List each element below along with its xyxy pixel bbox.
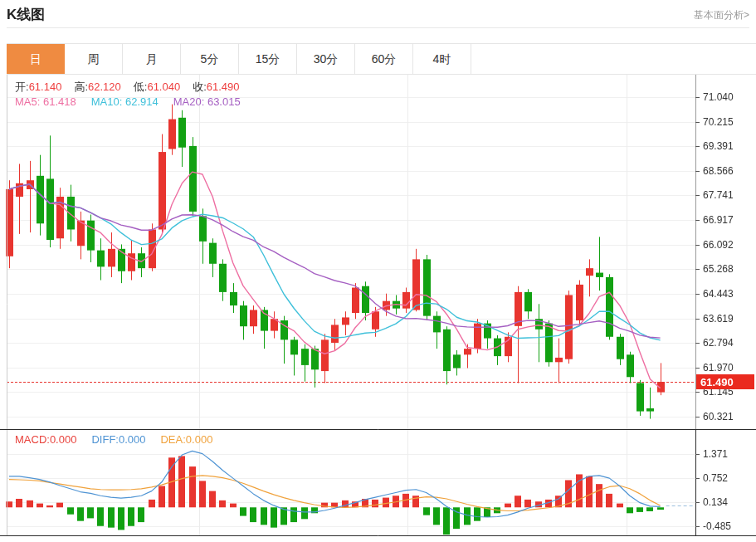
ohlc-readout-row: 开:61.140 高:62.120 低:61.040 收:61.490: [15, 80, 240, 95]
tab-60min[interactable]: 60分: [355, 44, 413, 74]
ma20-readout: MA20: 63.015: [173, 95, 241, 108]
diff-readout: DIFF:0.000: [91, 433, 145, 446]
tab-day[interactable]: 日: [7, 44, 65, 74]
macd-readout-row: MACD:0.000 DIFF:0.000 DEA:0.000: [15, 433, 212, 446]
tab-5min[interactable]: 5分: [181, 44, 239, 74]
header-divider: [7, 27, 749, 28]
ma10-readout: MA10: 62.914: [91, 95, 159, 108]
tabbar-filler: [471, 44, 756, 74]
ma-readout-row: MA5: 61.418 MA10: 62.914 MA20: 63.015: [15, 95, 241, 108]
fundamental-analysis-link[interactable]: 基本面分析>: [694, 8, 749, 22]
page-title: K线图: [7, 5, 45, 24]
kline-page: K线图 基本面分析> 日 周 月 5分 15分 30分 60分 4时 开:61.…: [0, 0, 756, 542]
tab-week[interactable]: 周: [65, 44, 123, 74]
quote-open: 开:61.140: [15, 80, 61, 95]
interval-tabbar: 日 周 月 5分 15分 30分 60分 4时: [7, 43, 756, 75]
ma5-readout: MA5: 61.418: [15, 95, 76, 108]
tab-15min[interactable]: 15分: [239, 44, 297, 74]
macd-readout: MACD:0.000: [15, 433, 76, 446]
quote-low: 低:61.040: [134, 80, 180, 95]
tab-month[interactable]: 月: [123, 44, 181, 74]
quote-high: 高:62.120: [74, 80, 120, 95]
quote-close: 收:61.490: [193, 80, 239, 95]
tab-30min[interactable]: 30分: [297, 44, 355, 74]
tab-4hour[interactable]: 4时: [413, 44, 471, 74]
dea-readout: DEA:0.000: [160, 433, 212, 446]
